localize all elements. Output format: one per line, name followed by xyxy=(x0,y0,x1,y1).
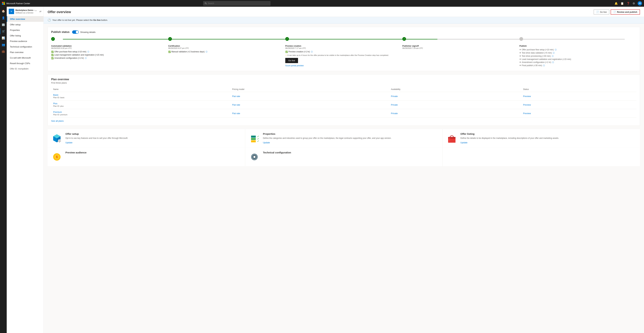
step-4-dot: ✓ xyxy=(402,37,406,41)
nav-item-offer-overview[interactable]: Offer overview xyxy=(7,16,44,22)
plan-basic-status-link[interactable]: Preview xyxy=(523,95,531,98)
plan-basic-link[interactable]: Basic xyxy=(53,94,228,96)
search-bar[interactable] xyxy=(203,1,270,6)
gray-dot-1: ● xyxy=(520,51,521,54)
app-logo: Microsoft Partner Center xyxy=(2,2,30,5)
toggle-wrapper: Showing details xyxy=(72,30,96,34)
plan-premium-status-link[interactable]: Preview xyxy=(523,112,531,115)
main-content: Publish status Showing details ✓ xyxy=(44,24,644,170)
nav-item-co-sell[interactable]: Co-sell with Microsoft xyxy=(7,55,44,61)
azure-portal-preview-link[interactable]: Azure portal preview xyxy=(285,65,400,67)
svg-rect-36 xyxy=(251,157,252,157)
check-icon-cert: ✅ xyxy=(168,51,171,53)
product-type: Software as a Service xyxy=(16,12,37,14)
sidebar-icon-users[interactable]: 👤 xyxy=(0,15,7,21)
review-and-publish-button[interactable]: 📄 Review and publish xyxy=(611,10,640,15)
publish-icon: 📄 xyxy=(613,11,616,13)
nav-item-preview-audience[interactable]: Preview audience xyxy=(7,39,44,44)
product-name: Marketplace Demo - ... xyxy=(16,9,37,12)
warning-icon: ⚠ xyxy=(285,54,287,56)
publish-status-title: Publish status xyxy=(51,31,70,34)
sidebar-icon-people[interactable]: 👥 xyxy=(0,42,7,48)
info-icon-0[interactable]: ⓘ xyxy=(88,51,89,53)
svg-rect-1 xyxy=(4,2,5,3)
empty-card xyxy=(442,148,640,166)
gray-dot-3: ● xyxy=(520,58,521,61)
sidebar-icon-analytics[interactable]: 📊 xyxy=(0,35,7,41)
sidebar-icon-payouts[interactable]: 💼 xyxy=(0,48,7,54)
technical-config-content: Technical configuration xyxy=(263,151,439,163)
plan-plus-status-link[interactable]: Preview xyxy=(523,104,531,106)
bottom-cards-grid: $ Preview audience xyxy=(48,148,640,166)
plan-basic-pricing: Flat rate xyxy=(230,92,389,101)
sidebar-icon-org[interactable]: 🏢 xyxy=(0,22,7,28)
step-1-date: 06/26/2020 6:00 pm UTC xyxy=(51,47,166,49)
offer-listing-update-link[interactable]: Update xyxy=(460,141,468,144)
help-icon[interactable]: ❓ xyxy=(626,2,630,5)
nav-item-technical-configuration[interactable]: Technical configuration xyxy=(7,44,44,50)
plan-premium-pricing-link[interactable]: Flat rate xyxy=(232,112,240,115)
svg-rect-37 xyxy=(256,157,258,157)
info-icon-pub1[interactable]: ⓘ xyxy=(553,52,554,54)
svg-rect-27 xyxy=(449,138,450,142)
step-4-name: Publisher signoff xyxy=(402,45,517,47)
plan-plus-link[interactable]: Plus xyxy=(53,102,228,105)
info-icon-pub4[interactable]: ⓘ xyxy=(552,61,554,64)
info-icon-preview[interactable]: ⓘ xyxy=(311,51,313,53)
settings-icon[interactable]: ⚙ xyxy=(632,2,635,5)
properties-update-link[interactable]: Update xyxy=(263,141,270,144)
info-icon-2[interactable]: ⓘ xyxy=(85,57,87,59)
svg-text:✓: ✓ xyxy=(257,140,259,143)
plan-overview-subtitle: First three plans xyxy=(51,82,636,84)
plan-premium-cell: Premium Plan ID: premium xyxy=(51,109,230,118)
nav-sidebar: M Marketplace Demo - ... Software as a S… xyxy=(7,7,44,333)
go-live-icon: 📄 xyxy=(596,11,599,13)
search-icon xyxy=(205,2,207,4)
sidebar-icon-home[interactable]: 🏠 xyxy=(0,8,7,14)
go-live-step-button[interactable]: Go live xyxy=(285,58,298,63)
step-4: ✓ xyxy=(402,37,520,41)
nav-item-plan-overview[interactable]: Plan overview xyxy=(7,50,44,55)
gray-dot-5: ● xyxy=(520,64,521,67)
plan-basic-availability: Private xyxy=(389,92,521,101)
svg-point-14 xyxy=(59,141,60,142)
step-3-warning: ⚠ It can take up to 4 hours for the offe… xyxy=(285,54,400,57)
plan-plus-status: Preview xyxy=(521,101,636,109)
offer-setup-content: Offer setup Opt in to use key features a… xyxy=(66,132,242,144)
offer-setup-update-link[interactable]: Update xyxy=(66,141,72,144)
info-icon-pub0[interactable]: ⓘ xyxy=(555,49,556,51)
plan-basic-avail-link[interactable]: Private xyxy=(391,95,398,98)
nav-item-properties[interactable]: Properties xyxy=(7,27,44,33)
see-all-plans-link[interactable]: See all plans xyxy=(51,120,64,122)
icon-sidebar: 🏠 👤 🏢 🛒 📊 👥 💼 xyxy=(0,7,7,333)
info-icon-pub2[interactable]: ⓘ xyxy=(552,55,554,57)
sidebar-icon-marketplace[interactable]: 🛒 xyxy=(0,28,7,34)
showing-details-toggle[interactable] xyxy=(72,30,79,34)
step-3-date: 06/29/2020 7:17 am UTC xyxy=(285,47,400,49)
plan-basic-status: Preview xyxy=(521,92,636,101)
search-input[interactable] xyxy=(208,2,269,5)
plan-plus-pricing-link[interactable]: Flat rate xyxy=(232,104,240,106)
notification-icon[interactable]: 🔔 xyxy=(614,2,618,5)
plan-plus-avail-link[interactable]: Private xyxy=(391,104,398,106)
nav-item-offer-listing[interactable]: Offer listing xyxy=(7,33,44,39)
plan-overview-section: Plan overview First three plans Name Pri… xyxy=(48,74,640,126)
preview-audience-content: Preview audience xyxy=(66,151,242,163)
avatar[interactable]: JD xyxy=(638,1,642,6)
go-live-header-button[interactable]: 📄 Go live xyxy=(594,10,609,15)
col-status: Status xyxy=(521,87,636,92)
page-header: Offer overview 📄 Go live 📄 Review and pu… xyxy=(44,7,644,17)
step-5-detail-4: ● Amendment configuration (<1 hr) ⓘ xyxy=(520,61,636,64)
plan-premium-avail-link[interactable]: Private xyxy=(391,112,398,115)
plan-premium-link[interactable]: Premium xyxy=(53,111,228,113)
nav-item-resell-csps[interactable]: Resell through CSPs xyxy=(7,61,44,66)
info-icon-cert[interactable]: ⓘ xyxy=(206,51,208,53)
plan-basic-pricing-link[interactable]: Flat rate xyxy=(232,95,240,98)
info-icon-pub5[interactable]: ⓘ xyxy=(543,64,545,67)
docs-icon[interactable]: 📋 xyxy=(620,2,624,5)
transfer-icon[interactable]: ⇄ xyxy=(40,10,42,13)
nav-item-offer-setup[interactable]: Offer setup xyxy=(7,22,44,27)
progress-steps-bar: ✓ ✓ ✓ ✓ xyxy=(51,37,636,41)
plan-plus-availability: Private xyxy=(389,101,521,109)
step-1-detail-2: ✅ Amendment configuration (<1 hr) ⓘ xyxy=(51,57,166,59)
